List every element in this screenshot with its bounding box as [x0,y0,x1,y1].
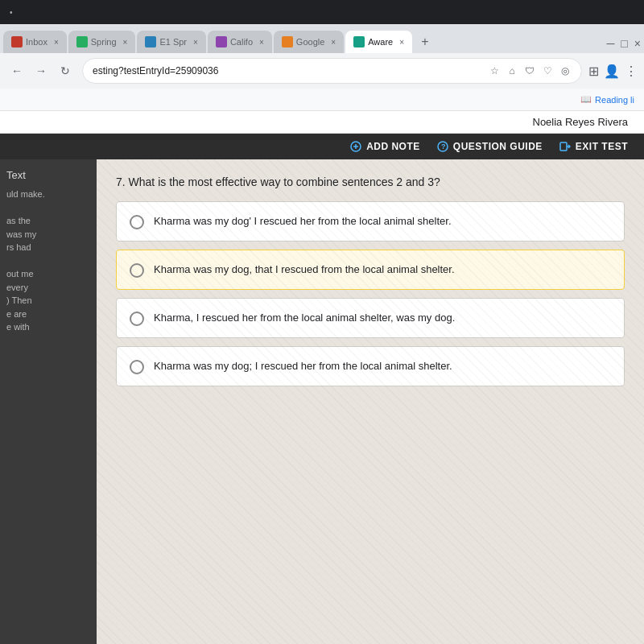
address-text: esting?testEntryId=25909036 [93,65,488,76]
answer-option-b[interactable]: Kharma was my dog, that I rescued from t… [116,250,625,290]
extensions-icon[interactable]: ⊞ [588,64,599,79]
home-icon[interactable]: ⌂ [506,64,518,77]
tab-inbox[interactable]: Inbox × [3,31,67,53]
add-note-icon [349,140,362,153]
question-guide-label: QUESTION GUIDE [453,141,543,152]
tab-favicon-aware [353,36,365,47]
sidebar: Text uld make.as thewas myrs hadout meev… [0,159,97,644]
tab-favicon-google [282,36,293,47]
tab-close-spring[interactable]: × [123,38,128,47]
tab-close-aware[interactable]: × [399,38,404,47]
tab-label-spring: Spring [91,37,117,47]
question-body: What is the most effective way to combin… [129,175,440,188]
reading-icon: 📖 [580,94,592,105]
tab-close-google[interactable]: × [331,38,336,47]
address-bar-area: ← → ↻ esting?testEntryId=25909036 ☆ ⌂ 🛡 … [0,53,644,89]
radio-b[interactable] [130,263,144,278]
tab-aware[interactable]: Aware × [345,31,412,53]
tab-favicon-inbox [11,36,23,47]
tab-close-califo[interactable]: × [259,38,264,47]
add-tab-button[interactable]: + [414,31,436,53]
username-display: Noelia Reyes Rivera [533,116,629,128]
sidebar-content: uld make.as thewas myrs hadout meevery) … [6,188,90,334]
radio-d[interactable] [130,360,144,374]
question-text: 7. What is the most effective way to com… [116,175,625,188]
top-bar: • [0,0,644,24]
back-button[interactable]: ← [6,60,27,81]
question-num: 7. [116,175,129,188]
tab-califo[interactable]: Califo × [208,31,272,53]
refresh-button[interactable]: ↻ [55,60,76,81]
page-content: Noelia Reyes Rivera ADD NOTE ? QUESTION … [0,111,644,644]
browser-toolbar-right: ⊞ 👤 ⋮ [588,64,638,79]
answer-option-a[interactable]: Kharma was my dog' I rescued her from th… [116,201,625,242]
tab-google[interactable]: Google × [274,31,344,53]
tab-favicon-e1spr [145,36,156,47]
tab-close-e1spr[interactable]: × [193,38,198,47]
question-guide-icon: ? [436,140,449,153]
tab-label-e1spr: E1 Spr [159,37,187,47]
main-area: Text uld make.as thewas myrs hadout meev… [0,159,644,644]
tab-bar[interactable]: Inbox × Spring × E1 Spr × Califo × Googl… [0,24,644,53]
tab-label-aware: Aware [368,37,393,47]
browser-chrome: • Inbox × Spring × E1 Spr × Califo × Goo… [0,0,644,111]
svg-text:?: ? [441,142,446,151]
tab-label-inbox: Inbox [26,37,47,47]
tab-favicon-spring [76,36,88,47]
address-bar[interactable]: esting?testEntryId=25909036 ☆ ⌂ 🛡 ♡ ◎ [82,58,582,84]
answer-text-b: Kharma was my dog, that I rescued from t… [154,262,455,278]
tab-close-inbox[interactable]: × [54,38,59,47]
tab-e1spr[interactable]: E1 Spr × [137,31,205,53]
tab-label-google: Google [296,37,324,47]
answer-text-a: Kharma was my dog' I rescued her from th… [154,213,452,229]
svg-rect-5 [560,142,567,151]
maximize-button[interactable]: □ [621,37,627,50]
add-note-button[interactable]: ADD NOTE [349,140,420,153]
answer-text-c: Kharma, I rescued her from the local ani… [154,310,455,326]
action-toolbar: ADD NOTE ? QUESTION GUIDE EXIT TEST [0,134,644,159]
reading-bar-label: Reading li [595,95,634,105]
reading-bar[interactable]: 📖 Reading li [0,89,644,111]
answer-option-c[interactable]: Kharma, I rescued her from the local ani… [116,298,625,338]
user-header: Noelia Reyes Rivera [0,111,644,134]
question-guide-button[interactable]: ? QUESTION GUIDE [436,140,543,153]
bookmark-icon[interactable]: ☆ [488,64,501,77]
minimize-button[interactable]: ─ [606,37,614,50]
exit-test-icon [559,140,572,153]
add-note-label: ADD NOTE [366,141,420,152]
answer-text-d: Kharma was my dog; I rescued her from th… [154,358,452,374]
radio-a[interactable] [130,215,144,229]
radio-c[interactable] [130,312,144,326]
nav-buttons: ← → ↻ [6,60,76,81]
profile-icon[interactable]: 👤 [604,64,620,79]
address-icons: ☆ ⌂ 🛡 ♡ ◎ [488,64,572,77]
heart-icon: ♡ [541,64,554,77]
exit-test-label: EXIT TEST [576,141,628,152]
answer-option-d[interactable]: Kharma was my dog; I rescued her from th… [116,346,625,386]
tab-spring[interactable]: Spring × [68,31,136,53]
question-area: 7. What is the most effective way to com… [97,159,644,644]
menu-icon[interactable]: ⋮ [625,64,638,79]
close-button[interactable]: × [634,37,641,50]
tab-favicon-califo [216,36,227,47]
shield-icon: 🛡 [523,64,536,77]
exit-test-button[interactable]: EXIT TEST [559,140,628,153]
tab-label-califo: Califo [230,37,253,47]
sidebar-text-label: Text [6,169,90,181]
search-icon[interactable]: ◎ [559,64,572,77]
forward-button[interactable]: → [31,60,52,81]
